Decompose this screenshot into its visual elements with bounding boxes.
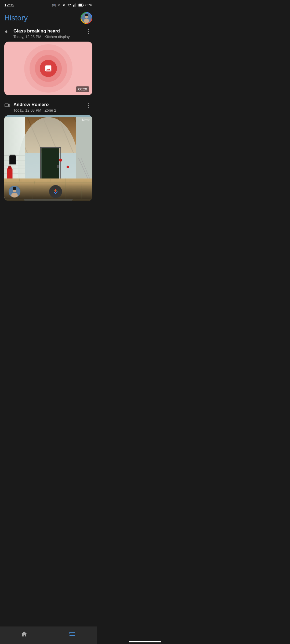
wifi-icon (67, 3, 71, 7)
event-header-1: Glass breaking heard Today, 12:23 PM · K… (4, 28, 92, 39)
event-title-2: Andrew Romero (13, 102, 56, 108)
audio-alert-card[interactable]: 00:20 (4, 42, 92, 95)
event-subtitle-1: Today, 12:23 PM · Kitchen display (13, 35, 70, 39)
event-info-2: Andrew Romero Today, 12:03 PM · Zone 2 (13, 102, 56, 112)
play-icon (44, 64, 52, 72)
camera-card[interactable]: Nest (4, 115, 92, 201)
status-icons: 🎮 ✳ 82% (52, 3, 92, 7)
event-info-1: Glass breaking heard Today, 12:23 PM · K… (13, 28, 70, 39)
camera-image: Nest (4, 115, 92, 201)
svg-point-9 (84, 19, 89, 23)
event-header-left-2: Andrew Romero Today, 12:03 PM · Zone 2 (4, 102, 56, 112)
sound-icon (4, 29, 10, 36)
svg-rect-1 (74, 4, 74, 7)
svg-rect-39 (41, 148, 59, 184)
svg-rect-34 (8, 166, 11, 167)
mic-icon (52, 188, 59, 195)
svg-rect-41 (40, 147, 60, 148)
svg-rect-59 (13, 187, 16, 190)
svg-rect-2 (75, 4, 75, 6)
svg-rect-0 (73, 5, 74, 6)
more-options-1[interactable]: ⋮ (84, 28, 92, 35)
event-item-2: Andrew Romero Today, 12:03 PM · Zone 2 ⋮ (0, 102, 97, 207)
svg-rect-33 (8, 167, 11, 169)
svg-rect-5 (83, 4, 84, 6)
svg-point-54 (59, 159, 62, 162)
svg-rect-31 (10, 155, 15, 156)
page-title: History (4, 14, 28, 22)
svg-rect-43 (60, 147, 61, 184)
svg-rect-42 (40, 147, 41, 184)
svg-rect-6 (79, 4, 82, 6)
user-avatar-ring[interactable] (81, 12, 92, 24)
more-options-2[interactable]: ⋮ (84, 102, 92, 109)
video-icon (4, 102, 10, 109)
battery-level: 82% (85, 3, 92, 7)
play-button[interactable] (40, 60, 57, 77)
svg-point-55 (67, 166, 69, 169)
event-header-left-1: Glass breaking heard Today, 12:23 PM · K… (4, 28, 70, 39)
svg-point-61 (56, 191, 57, 191)
nest-badge: Nest (82, 118, 90, 122)
event-title-1: Glass breaking heard (13, 28, 70, 34)
status-time: 12:32 (4, 3, 15, 7)
bluetooth-icon (62, 3, 66, 7)
event-header-2: Andrew Romero Today, 12:03 PM · Zone 2 ⋮ (4, 102, 92, 112)
svg-rect-11 (5, 104, 9, 107)
svg-rect-10 (85, 14, 88, 16)
event-item-1: Glass breaking heard Today, 12:23 PM · K… (0, 28, 97, 102)
signal-icon (73, 3, 77, 7)
svg-rect-30 (9, 156, 16, 164)
events-list: Glass breaking heard Today, 12:23 PM · K… (0, 28, 97, 229)
svg-point-60 (55, 190, 55, 191)
svg-rect-3 (75, 3, 76, 6)
event-subtitle-2: Today, 12:03 PM · Zone 2 (13, 108, 56, 112)
gamepad-icon: 🎮 (52, 3, 56, 7)
camera-bottom-overlay (4, 182, 92, 201)
battery-icon (78, 3, 84, 7)
header: History (0, 9, 97, 28)
avatar-face (81, 13, 92, 23)
svg-rect-40 (57, 165, 59, 168)
person-avatar-camera (9, 186, 20, 197)
app-icon: ✳ (58, 3, 61, 7)
duration-badge: 00:20 (76, 86, 89, 92)
status-bar: 12:32 🎮 ✳ 82% (0, 0, 97, 9)
google-mic-button[interactable] (49, 185, 62, 198)
user-avatar (81, 13, 92, 23)
